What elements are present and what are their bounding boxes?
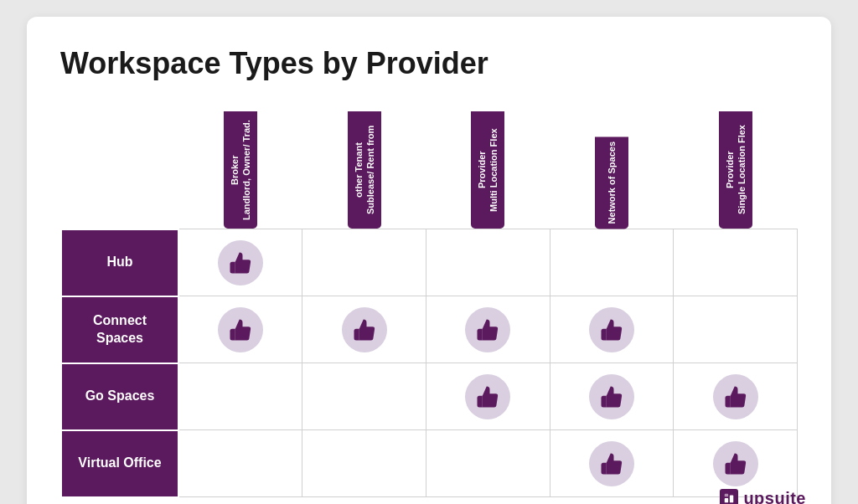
thumbs-up-svg [599,384,624,409]
thumbs-up-svg [352,317,377,342]
data-cell-sublease [302,229,426,296]
thumbs-up-icon [713,374,758,419]
data-cell-multi [426,363,550,430]
thumbs-up-svg [228,250,253,275]
header-col-multi: Multi Location Flex Provider [426,104,550,229]
data-cell-multi [426,296,550,363]
thumbs-up-icon [342,307,387,352]
upsuite-logo-icon [720,489,738,504]
thumbs-up-icon [589,374,634,419]
row-label: Go Spaces [61,363,178,430]
data-cell-network [550,229,674,296]
header-col-landlord: Landlord, Owner/ Trad. Broker [178,104,302,229]
data-cell-sublease [302,363,426,430]
data-cell-landlord [178,430,302,497]
svg-rect-0 [725,498,728,502]
data-cell-landlord [178,363,302,430]
thumbs-up-svg [475,384,500,409]
comparison-table: Landlord, Owner/ Trad. BrokerSublease/ R… [60,104,798,498]
header-label-single: Single Location Flex Provider [719,111,752,229]
table-row: Connect Spaces [61,296,798,363]
page-title: Workspace Types by Provider [60,47,798,80]
table-row: Go Spaces [61,363,798,430]
thumbs-up-svg [723,384,748,409]
data-cell-multi [426,229,550,296]
data-cell-single [674,229,798,296]
data-cell-network [550,363,674,430]
data-cell-single [674,430,798,497]
thumbs-up-icon [465,374,510,419]
data-cell-landlord [178,296,302,363]
header-empty-cell [61,104,178,229]
header-col-sublease: Sublease/ Rent from other Tenant [302,104,426,229]
thumbs-up-icon [218,240,263,285]
upsuite-icon [723,492,735,504]
logo-area: upsuite [720,489,806,504]
data-cell-single [674,296,798,363]
table-row: Hub [61,229,798,296]
data-cell-sublease [302,430,426,497]
header-label-sublease: Sublease/ Rent from other Tenant [348,111,381,229]
row-label: Virtual Office [61,430,178,497]
thumbs-up-icon [465,307,510,352]
data-cell-landlord [178,229,302,296]
table-row: Virtual Office [61,430,798,497]
thumbs-up-svg [723,451,748,476]
row-label: Hub [61,229,178,296]
thumbs-up-icon [589,307,634,352]
data-cell-network [550,430,674,497]
comparison-table-wrapper: Landlord, Owner/ Trad. BrokerSublease/ R… [60,104,798,498]
thumbs-up-svg [599,451,624,476]
data-cell-multi [426,430,550,497]
svg-rect-1 [730,496,733,503]
header-col-network: Network of Spaces [550,104,674,229]
header-label-landlord: Landlord, Owner/ Trad. Broker [224,111,257,229]
data-cell-single [674,363,798,430]
header-col-single: Single Location Flex Provider [674,104,798,229]
thumbs-up-icon [713,441,758,486]
data-cell-network [550,296,674,363]
thumbs-up-svg [599,317,624,342]
logo-text: upsuite [743,489,806,504]
main-card: Workspace Types by Provider Landlord, Ow… [27,17,831,504]
thumbs-up-svg [475,317,500,342]
thumbs-up-icon [589,441,634,486]
thumbs-up-icon [218,307,263,352]
svg-rect-2 [725,494,728,497]
header-label-multi: Multi Location Flex Provider [471,111,504,229]
header-label-network: Network of Spaces [595,136,628,229]
row-label: Connect Spaces [61,296,178,363]
thumbs-up-svg [228,317,253,342]
data-cell-sublease [302,296,426,363]
